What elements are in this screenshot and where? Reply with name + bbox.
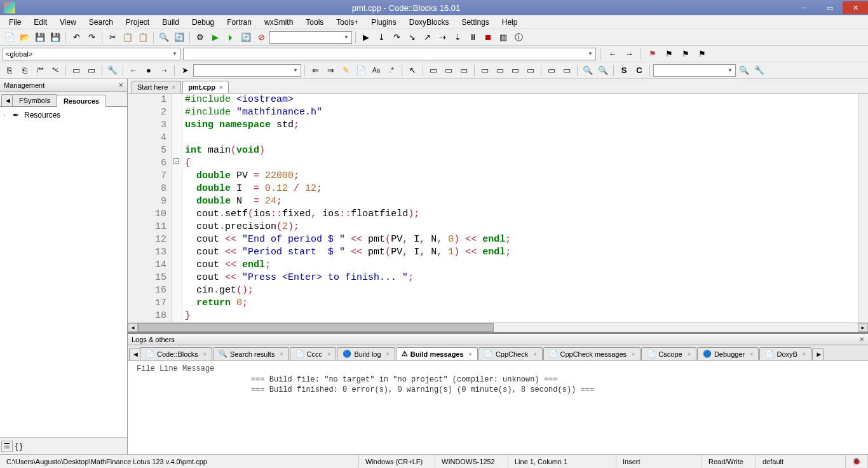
tool-combo[interactable]: ▼ — [193, 64, 301, 77]
logs-tab[interactable]: 📄Cccc× — [290, 347, 337, 360]
box-icon[interactable]: ▭ — [508, 64, 522, 78]
fold-minus-icon[interactable]: − — [173, 158, 179, 164]
run-to-cursor-icon[interactable]: ⤓ — [374, 31, 388, 45]
horizontal-scrollbar[interactable]: ◄ ► — [128, 322, 868, 332]
logs-tab[interactable]: 📄Cscope× — [641, 347, 696, 360]
highlight-icon[interactable]: ✎ — [339, 64, 353, 78]
debug-continue-icon[interactable]: ▶ — [359, 31, 373, 45]
tab-close-icon[interactable]: × — [203, 351, 207, 357]
tool-icon[interactable]: ➤ — [178, 64, 192, 78]
tab-close-icon[interactable]: × — [533, 351, 536, 357]
bookmark-prev-icon[interactable]: ⚑ — [662, 47, 676, 61]
rebuild-icon[interactable]: 🔄 — [239, 31, 253, 45]
tool-icon[interactable]: ⎗ — [18, 64, 32, 78]
menu-plugins[interactable]: Plugins — [365, 17, 402, 28]
box-icon[interactable]: ▭ — [442, 64, 456, 78]
opts-icon[interactable]: 🔧 — [752, 64, 766, 78]
tab-close-icon[interactable]: × — [688, 351, 691, 357]
run-icon[interactable]: ▶ — [208, 31, 222, 45]
logs-tab[interactable]: 🔵Build log× — [337, 347, 395, 360]
menu-file[interactable]: File — [3, 17, 27, 28]
debug-windows-icon[interactable]: ▥ — [496, 31, 510, 45]
zoom-in-icon[interactable]: 🔍 — [581, 64, 595, 78]
nav-icon[interactable]: → — [157, 64, 171, 78]
logs-tab[interactable]: ⚠Build messages× — [396, 347, 478, 360]
build-target-combo[interactable]: ▼ — [269, 31, 352, 44]
nav-icon[interactable]: ● — [142, 64, 156, 78]
build-messages-body[interactable]: File Line Message === Build file: "no ta… — [128, 361, 868, 454]
tool-icon[interactable]: ▭ — [85, 64, 98, 78]
arrow-left-icon[interactable]: ⇐ — [308, 64, 322, 78]
panel-foot-icon[interactable]: ☰ — [1, 441, 13, 452]
c-icon[interactable]: C — [632, 64, 646, 78]
arrow-right-icon[interactable]: ⇒ — [323, 64, 337, 78]
logs-tab[interactable]: 📄CppCheck× — [478, 347, 543, 360]
save-icon[interactable]: 💾 — [33, 31, 47, 45]
tab-close-icon[interactable]: × — [803, 351, 806, 357]
tool-icon[interactable]: ▭ — [69, 64, 83, 78]
tab-close-icon[interactable]: × — [327, 351, 330, 357]
build-icon[interactable]: ⚙ — [193, 31, 207, 45]
step-into-icon[interactable]: ↘ — [405, 31, 419, 45]
menu-debug[interactable]: Debug — [186, 17, 220, 28]
vertical-scrollbar[interactable] — [858, 93, 868, 322]
menu-edit[interactable]: Edit — [27, 17, 53, 28]
close-button[interactable]: ✕ — [843, 1, 868, 14]
paste-icon[interactable]: 📋 — [136, 31, 150, 45]
comment2-icon[interactable]: *< — [48, 64, 62, 78]
tab-close-icon[interactable]: × — [469, 351, 472, 357]
logs-tab[interactable]: 📄DoxyB× — [759, 347, 811, 360]
break-icon[interactable]: ⏸ — [466, 31, 480, 45]
logs-tab[interactable]: 📄Code::Blocks× — [140, 347, 212, 360]
panel-tab-nav-left[interactable]: ◄ — [1, 94, 13, 106]
tab-close-icon[interactable]: × — [750, 351, 753, 357]
logs-tab-nav-left[interactable]: ◄ — [129, 348, 140, 360]
open-file-icon[interactable]: 📂 — [18, 31, 32, 45]
logs-close-icon[interactable]: × — [859, 334, 864, 344]
panel-tab-fsymbols[interactable]: FSymbols — [12, 94, 57, 106]
stop-debug-icon[interactable]: ⏹ — [481, 31, 495, 45]
box-icon[interactable]: ▭ — [457, 64, 471, 78]
text-icon[interactable]: 📄 — [354, 64, 368, 78]
new-file-icon[interactable]: 📄 — [3, 31, 17, 45]
menu-search[interactable]: Search — [83, 17, 119, 28]
symbol-combo[interactable]: ▼ — [183, 48, 596, 60]
nav-fwd-icon[interactable]: → — [622, 47, 636, 61]
save-all-icon[interactable]: 💾 — [48, 31, 62, 45]
editor-tab[interactable]: pmt.cpp× — [182, 81, 229, 93]
tab-close-icon[interactable]: × — [280, 351, 283, 357]
menu-doxyblocks[interactable]: DoxyBlocks — [403, 17, 456, 28]
s-icon[interactable]: S — [617, 64, 631, 78]
code-text[interactable]: #include <iostream>#include "mathfinance… — [182, 93, 858, 322]
aa-icon[interactable]: Aa — [369, 64, 383, 78]
next-instr-icon[interactable]: ⇢ — [435, 31, 449, 45]
scroll-left-icon[interactable]: ◄ — [128, 323, 138, 332]
bookmark-next-icon[interactable]: ⚑ — [679, 47, 693, 61]
step-out-icon[interactable]: ↗ — [420, 31, 434, 45]
zoom-out-icon[interactable]: 🔍 — [596, 64, 610, 78]
logs-tab[interactable]: 📄CppCheck messages× — [543, 347, 641, 360]
logs-tab[interactable]: 🔵Debugger× — [697, 347, 759, 360]
tab-close-icon[interactable]: × — [386, 351, 390, 357]
box-icon[interactable]: ▭ — [545, 64, 559, 78]
nav-icon[interactable]: ← — [126, 64, 140, 78]
tool-icon[interactable]: ⎘ — [3, 64, 17, 78]
menu-wxsmith[interactable]: wxSmith — [258, 17, 299, 28]
find-icon[interactable]: 🔍 — [157, 31, 171, 45]
abort-icon[interactable]: ⊘ — [254, 31, 268, 45]
bookmark-clear-icon[interactable]: ⚑ — [695, 47, 709, 61]
logs-tab[interactable]: 🔍Search results× — [213, 347, 289, 360]
menu-project[interactable]: Project — [119, 17, 156, 28]
panel-tab-resources[interactable]: Resources — [57, 95, 106, 107]
tab-close-icon[interactable]: × — [632, 351, 635, 357]
cut-icon[interactable]: ✂ — [105, 31, 119, 45]
menu-toolsplus[interactable]: Tools+ — [330, 17, 365, 28]
scroll-thumb[interactable] — [138, 323, 494, 332]
panel-close-icon[interactable]: × — [118, 80, 123, 90]
management-tree[interactable]: · ✒ Resources — [0, 107, 127, 437]
menu-fortran[interactable]: Fortran — [220, 17, 258, 28]
info-icon[interactable]: ⓘ — [512, 31, 526, 45]
box-icon[interactable]: ▭ — [560, 64, 574, 78]
menu-help[interactable]: Help — [496, 17, 524, 28]
logs-tab-nav-right[interactable]: ► — [812, 348, 824, 360]
